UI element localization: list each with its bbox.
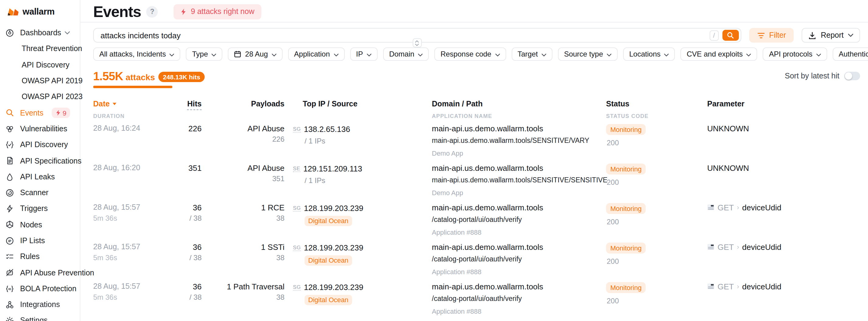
status-badge: Monitoring — [606, 203, 646, 214]
sort-toggle[interactable] — [844, 72, 860, 80]
path: main-api.us.demo.wallarm.tools/SENSITIVE… — [432, 175, 606, 185]
source-line: SE129.151.209.113 — [293, 163, 432, 175]
event-row[interactable]: 28 Aug, 15:575m 36s36/ 381 RCE38SG128.19… — [93, 198, 860, 238]
chevron-down-icon — [541, 50, 547, 58]
sidebar-item-vulnerabilities[interactable]: Vulnerabilities — [5, 121, 80, 137]
sidebar-item-triggers[interactable]: Triggers — [5, 201, 80, 217]
event-row[interactable]: 28 Aug, 16:20351API Abuse351SE129.151.20… — [93, 158, 860, 198]
filter-chip-28-aug[interactable]: 28 Aug — [228, 47, 283, 61]
sidebar-item-owasp-api-2023[interactable]: OWASP API 2023 — [5, 89, 80, 105]
sidebar-item-api-specifications[interactable]: API Specifications — [5, 153, 80, 169]
parameter-path-part: GET — [717, 202, 734, 212]
parameter-location-icon — [707, 243, 714, 250]
parameter-value: UNKNOWN — [707, 163, 749, 173]
sidebar-item-nodes[interactable]: Nodes — [5, 217, 80, 233]
table-body: 28 Aug, 16:24226API Abuse226SG138.2.65.1… — [93, 119, 860, 321]
attacks-alert-badge[interactable]: 9 attacks right now — [174, 4, 261, 19]
sidebar-item-api-abuse-prevention[interactable]: API Abuse Prevention — [5, 265, 80, 281]
sidebar-item-label: Settings — [20, 316, 48, 321]
sidebar-item-api-leaks[interactable]: API Leaks — [5, 169, 80, 185]
report-button[interactable]: Report — [802, 28, 860, 42]
filter-button[interactable]: Filter — [749, 28, 794, 42]
source-line: SG128.199.203.239 — [293, 281, 432, 293]
chevron-down-icon — [367, 50, 372, 58]
cell-parameter: GET›deviceUdid — [707, 281, 860, 316]
domain: main-api.us.demo.wallarm.tools — [432, 123, 606, 134]
sidebar-item-label: BOLA Protection — [20, 285, 76, 293]
filter-chip-ip[interactable]: IP — [350, 47, 378, 61]
sidebar-item-api-discovery[interactable]: API Discovery — [5, 57, 80, 73]
sidebar-item-integrations[interactable]: Integrations — [5, 297, 80, 313]
chevron-down-icon — [816, 50, 821, 58]
filter-chip-locations[interactable]: Locations — [623, 47, 675, 61]
sidebar-item-bola-protection[interactable]: IDBOLA Protection — [5, 281, 80, 297]
parameter-name: deviceUdid — [742, 202, 781, 212]
filter-chip-source-type[interactable]: Source type — [558, 47, 618, 61]
bola-icon: ID — [5, 284, 14, 293]
column-date[interactable]: Date DURATION — [93, 98, 186, 119]
sidebar-item-events[interactable]: Events9 — [5, 105, 80, 121]
filter-chip-response-code[interactable]: Response code — [434, 47, 506, 61]
sidebar-item-owasp-api-2019[interactable]: OWASP API 2019 — [5, 73, 80, 89]
sidebar-item-label: Events — [20, 109, 43, 117]
search-input[interactable] — [94, 31, 709, 40]
sidebar-item-settings[interactable]: Settings — [5, 313, 80, 321]
domain: main-api.us.demo.wallarm.tools — [432, 202, 606, 212]
events-icon — [5, 108, 14, 117]
parameter: GET›deviceUdid — [707, 281, 860, 291]
sidebar-item-label: Rules — [20, 253, 40, 261]
filter-chip-label: 28 Aug — [245, 50, 268, 58]
events-table: Date DURATION Hits Payloads Top IP / Sou… — [93, 98, 860, 321]
search-row: / Filter Report — [93, 28, 860, 42]
api-leaks-icon — [5, 172, 14, 181]
chevron-separator: › — [737, 242, 739, 252]
cell-date: 28 Aug, 16:20 — [93, 163, 186, 198]
sidebar-item-threat-prevention[interactable]: Threat Prevention — [5, 41, 80, 57]
svg-text:ID: ID — [8, 287, 11, 290]
search-icon — [727, 32, 734, 39]
cell-hits: 36/ 38 — [186, 281, 202, 316]
cell-parameter: GET›deviceUdid — [707, 202, 860, 238]
report-button-label: Report — [821, 31, 844, 39]
event-row[interactable]: 28 Aug, 15:575m 36s36/ 381 Path Traversa… — [93, 277, 860, 316]
cell-source: SG138.2.65.136/ 1 IPs — [284, 123, 432, 158]
event-row[interactable]: 28 Aug, 15:5711m 35s551 SQLiSG128.199.20… — [93, 316, 860, 321]
sidebar-item-dashboards[interactable]: Dashboards — [5, 25, 80, 41]
sidebar-item-scanner[interactable]: Scanner — [5, 185, 80, 201]
help-icon[interactable]: ? — [147, 6, 158, 17]
event-row[interactable]: 28 Aug, 16:24226API Abuse226SG138.2.65.1… — [93, 119, 860, 158]
filter-chip-target[interactable]: Target — [512, 47, 553, 61]
wallarm-logo[interactable]: wallarm — [5, 6, 80, 17]
attacks-alert-text: 9 attacks right now — [191, 7, 254, 16]
sidebar-item-api-discovery[interactable]: API Discovery — [5, 137, 80, 153]
sidebar-item-label: Scanner — [20, 188, 49, 197]
filter-chip-application[interactable]: Application — [288, 47, 344, 61]
chevron-down-icon — [272, 50, 277, 58]
hits-total: / 38 — [186, 213, 202, 223]
event-row[interactable]: 28 Aug, 15:575m 36s36/ 381 SSTi38SG128.1… — [93, 238, 860, 277]
main-content: Events ? 9 attacks right now / Filter — [81, 0, 868, 321]
search-expand-handle[interactable] — [413, 38, 422, 47]
parameter-path-part: GET — [717, 281, 734, 291]
filter-button-label: Filter — [769, 31, 786, 39]
event-duration: 5m 36s — [93, 213, 186, 223]
hits-value: 36 — [186, 281, 202, 291]
event-date: 28 Aug, 15:57 — [93, 202, 186, 212]
filter-chip-all-attacks-incidents[interactable]: All attacks, Incidents — [93, 47, 181, 61]
sidebar-item-rules[interactable]: Rules — [5, 249, 80, 265]
sidebar-item-ip-lists[interactable]: IPIP Lists — [5, 233, 80, 249]
filter-chip-type[interactable]: Type — [186, 47, 223, 61]
event-date: 28 Aug, 15:57 — [93, 242, 186, 252]
cell-domain-path: main-api.us.demo.wallarm.tools/catalog-p… — [432, 242, 606, 277]
sidebar-item-label: Dashboards — [20, 29, 61, 37]
payload-type: 1 RCE — [202, 202, 284, 212]
filter-chip-domain[interactable]: Domain — [383, 47, 429, 61]
api-specifications-icon — [5, 156, 14, 165]
chevron-down-icon — [607, 50, 612, 58]
filter-chip-api-protocols[interactable]: API protocols — [763, 47, 827, 61]
filter-chip-label: All attacks, Incidents — [99, 50, 166, 58]
filter-chip-label: Source type — [564, 50, 603, 58]
filter-chip-authentication[interactable]: Authentication — [833, 47, 868, 61]
search-button[interactable] — [722, 30, 739, 41]
filter-chip-cve-and-exploits[interactable]: CVE and exploits — [681, 47, 757, 61]
